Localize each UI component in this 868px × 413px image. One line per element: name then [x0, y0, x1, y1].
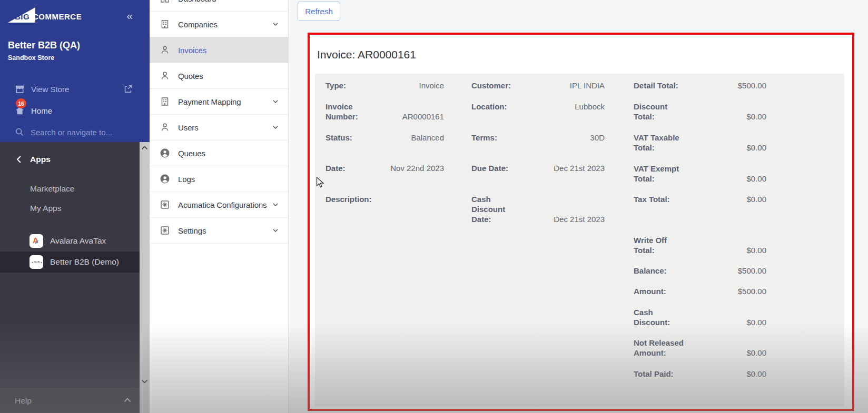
store-icon	[15, 84, 25, 94]
field-type: Type:Invoice	[326, 80, 444, 90]
building-icon	[160, 96, 170, 107]
sidebar-store-section: BIG COMMERCE « Better B2B (QA) Sandbox S…	[0, 0, 150, 142]
invoice-details-panel: Type:Invoice Invoice Number:AR0000161 St…	[315, 74, 844, 407]
app-label: Avalara AvaTax	[50, 236, 106, 246]
grid-icon	[160, 0, 170, 4]
field-date: Date:Nov 22nd 2023	[326, 163, 444, 173]
store-name: Better B2B (QA)	[8, 40, 80, 51]
chevron-down-icon	[271, 97, 280, 106]
store-subtitle: Sandbox Store	[8, 54, 54, 62]
logo-text-big: BIG	[15, 12, 29, 21]
chevron-up-icon	[124, 398, 131, 402]
search-icon	[15, 127, 24, 137]
avalara-avatax-icon: A ✓	[29, 234, 43, 248]
nav-item-settings[interactable]: Settings	[150, 218, 288, 244]
collapse-sidebar-button[interactable]: «	[126, 9, 133, 22]
chevron-down-icon	[271, 20, 280, 28]
external-link-icon	[123, 84, 133, 94]
field-status: Status:Balanced	[326, 133, 444, 143]
field-total-paid: Total Paid:$0.00	[634, 369, 766, 379]
person-icon	[160, 122, 170, 133]
nav-item-acumatica-configurations[interactable]: Acumatica Configurations	[150, 192, 288, 218]
nav-item-payment-mapping[interactable]: Payment Mapping	[150, 89, 288, 115]
field-discount-total: Discount Total:$0.00	[634, 102, 766, 122]
mouse-cursor	[316, 177, 327, 188]
field-invoice-number: Invoice Number:AR0000161	[326, 102, 444, 122]
app-sidebar: Dashboard Companies Invoices Quotes	[150, 0, 289, 413]
gear-icon	[160, 199, 170, 210]
field-cash-discount-date: Cash Discount Date:Dec 21st 2023	[471, 194, 605, 224]
invoice-title: Invoice: AR0000161	[317, 48, 416, 61]
field-vat-exempt-total: VAT Exempt Total:$0.00	[634, 164, 766, 184]
search-nav[interactable]: Search or navigate to...	[0, 124, 150, 140]
chevron-down-icon	[271, 200, 280, 209]
app-label: Better B2B (Demo)	[50, 257, 119, 267]
help-bar[interactable]: Help	[0, 388, 140, 413]
refresh-button[interactable]: Refresh	[298, 2, 340, 21]
person-icon	[160, 70, 170, 81]
field-location: Location:Lubbock	[471, 102, 605, 112]
logo-text-commerce: COMMERCE	[33, 12, 82, 21]
nav-item-users[interactable]: Users	[150, 115, 288, 140]
help-label: Help	[15, 396, 32, 406]
app-item-better-b2b[interactable]: ◂ B2B ▸ Better B2B (Demo)	[0, 251, 150, 273]
field-description: Description:	[326, 194, 444, 204]
invoice-details-column-2: Customer:IPL INDIA Location:Lubbock Term…	[471, 80, 605, 224]
field-due-date: Due Date:Dec 21st 2023	[471, 163, 605, 173]
view-store-link[interactable]: View Store	[0, 81, 150, 97]
search-placeholder: Search or navigate to...	[31, 128, 112, 137]
app-item-avalara-avatax[interactable]: A ✓ Avalara AvaTax	[0, 230, 140, 251]
sidebar-scrollbar[interactable]	[140, 142, 150, 413]
field-customer: Customer:IPL INDIA	[471, 80, 605, 90]
chevron-down-icon	[271, 226, 280, 235]
my-apps-link[interactable]: My Apps	[30, 204, 61, 213]
apps-header-label: Apps	[30, 155, 51, 164]
nav-item-invoices[interactable]: Invoices	[150, 37, 288, 63]
home-notification-badge: 16	[16, 98, 26, 108]
invoice-details-column-3: Detail Total:$500.00 Discount Total:$0.0…	[634, 80, 766, 379]
field-cash-discount: Cash Discount:$0.00	[634, 307, 766, 327]
scroll-down-icon[interactable]	[141, 379, 148, 384]
home-label: Home	[31, 106, 52, 115]
home-link[interactable]: 16 Home	[0, 103, 150, 118]
view-store-label: View Store	[31, 85, 69, 94]
person-circle-icon	[160, 174, 170, 184]
apps-back-nav[interactable]: Apps	[0, 155, 140, 164]
field-write-off-total: Write Off Total:$0.00	[634, 235, 766, 255]
field-vat-taxable-total: VAT Taxable Total:$0.00	[634, 133, 766, 153]
nav-item-companies[interactable]: Companies	[150, 12, 288, 37]
nav-item-logs[interactable]: Logs	[150, 166, 288, 192]
nav-item-queues[interactable]: Queues	[150, 140, 288, 166]
scroll-up-icon[interactable]	[141, 145, 148, 150]
person-icon	[160, 45, 170, 55]
person-circle-icon	[160, 148, 170, 158]
apps-section: Apps Marketplace My Apps A ✓ Avalara Ava…	[0, 142, 140, 388]
field-amount: Amount:$500.00	[634, 286, 766, 296]
better-b2b-icon: ◂ B2B ▸	[29, 255, 43, 269]
field-tax-total: Tax Total:$0.00	[634, 194, 766, 204]
invoice-details-column-1: Type:Invoice Invoice Number:AR0000161 St…	[326, 80, 444, 204]
nav-item-quotes[interactable]: Quotes	[150, 63, 288, 89]
field-balance: Balance:$500.00	[634, 266, 766, 276]
bigcommerce-logo: BIG COMMERCE	[8, 7, 119, 24]
chevron-down-icon	[271, 123, 280, 132]
field-detail-total: Detail Total:$500.00	[634, 80, 766, 90]
nav-item-dashboard[interactable]: Dashboard	[150, 0, 288, 12]
field-not-released-amount: Not Released Amount:$0.00	[634, 338, 766, 358]
building-icon	[160, 19, 170, 29]
chevron-left-icon	[16, 156, 22, 163]
gear-icon	[160, 225, 170, 236]
annotation-highlight-box: Invoice: AR0000161 Type:Invoice Invoice …	[308, 33, 854, 411]
bigcommerce-sidebar: BIG COMMERCE « Better B2B (QA) Sandbox S…	[0, 0, 150, 413]
field-terms: Terms:30D	[471, 133, 605, 143]
marketplace-link[interactable]: Marketplace	[30, 184, 74, 194]
